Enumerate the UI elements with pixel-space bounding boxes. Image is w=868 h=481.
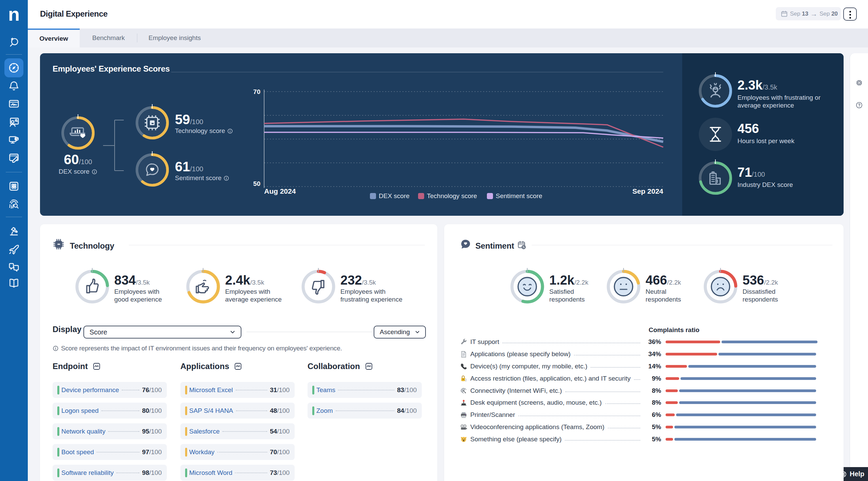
svg-text:DEX score: DEX score [379,192,410,199]
svg-text:Sep 2024: Sep 2024 [632,187,663,195]
svg-text:Technology score: Technology score [427,192,477,199]
svg-text:50: 50 [253,180,260,187]
svg-text:70: 70 [253,88,260,95]
svg-text:Aug 2024: Aug 2024 [264,187,296,195]
svg-text:Sentiment score: Sentiment score [496,192,542,199]
